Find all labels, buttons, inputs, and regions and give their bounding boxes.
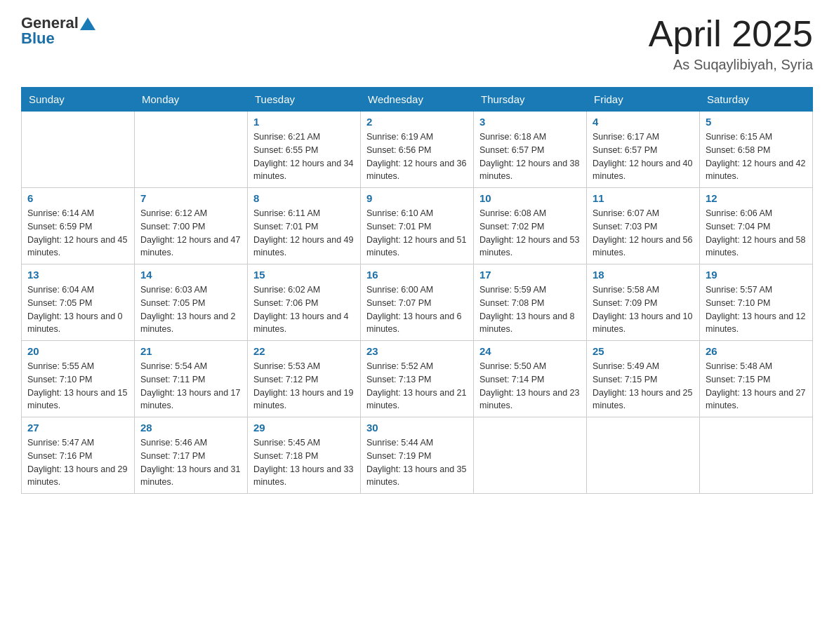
logo-text-blue: Blue (21, 29, 55, 48)
day-number: 5 (706, 116, 807, 128)
day-info: Sunrise: 6:14 AMSunset: 6:59 PMDaylight:… (27, 207, 128, 260)
calendar-cell: 25Sunrise: 5:49 AMSunset: 7:15 PMDayligh… (587, 341, 700, 417)
day-number: 29 (253, 422, 355, 434)
day-number: 26 (706, 345, 807, 357)
calendar-week-row: 1Sunrise: 6:21 AMSunset: 6:55 PMDaylight… (22, 112, 813, 188)
day-info: Sunrise: 6:15 AMSunset: 6:58 PMDaylight:… (706, 130, 807, 183)
day-number: 17 (479, 269, 581, 281)
day-number: 16 (366, 269, 468, 281)
day-info: Sunrise: 6:17 AMSunset: 6:57 PMDaylight:… (593, 130, 694, 183)
day-of-week-header: Wednesday (361, 88, 474, 112)
day-number: 2 (366, 116, 468, 128)
calendar-cell: 12Sunrise: 6:06 AMSunset: 7:04 PMDayligh… (700, 188, 813, 264)
day-info: Sunrise: 5:54 AMSunset: 7:11 PMDaylight:… (140, 360, 241, 412)
day-info: Sunrise: 6:11 AMSunset: 7:01 PMDaylight:… (253, 207, 355, 260)
day-number: 12 (706, 192, 807, 204)
calendar-cell (135, 112, 248, 188)
day-number: 13 (27, 269, 128, 281)
calendar-cell: 5Sunrise: 6:15 AMSunset: 6:58 PMDaylight… (700, 112, 813, 188)
calendar-cell: 18Sunrise: 5:58 AMSunset: 7:09 PMDayligh… (587, 264, 700, 341)
day-of-week-header: Saturday (700, 88, 813, 112)
day-number: 27 (27, 422, 128, 434)
day-number: 3 (479, 116, 581, 128)
calendar-cell: 13Sunrise: 6:04 AMSunset: 7:05 PMDayligh… (22, 264, 135, 341)
calendar-cell: 15Sunrise: 6:02 AMSunset: 7:06 PMDayligh… (248, 264, 361, 341)
day-info: Sunrise: 6:06 AMSunset: 7:04 PMDaylight:… (706, 207, 807, 260)
calendar-cell: 22Sunrise: 5:53 AMSunset: 7:12 PMDayligh… (248, 341, 361, 417)
calendar-header-row: SundayMondayTuesdayWednesdayThursdayFrid… (22, 88, 813, 112)
day-number: 19 (706, 269, 807, 281)
calendar-cell: 27Sunrise: 5:47 AMSunset: 7:16 PMDayligh… (22, 417, 135, 494)
day-number: 20 (27, 345, 128, 357)
calendar-cell: 21Sunrise: 5:54 AMSunset: 7:11 PMDayligh… (135, 341, 248, 417)
calendar-cell: 26Sunrise: 5:48 AMSunset: 7:15 PMDayligh… (700, 341, 813, 417)
day-number: 30 (366, 422, 468, 434)
calendar-cell (474, 417, 587, 494)
logo-triangle-icon (80, 16, 95, 32)
day-number: 18 (593, 269, 694, 281)
day-number: 4 (593, 116, 694, 128)
subtitle: As Suqaylibiyah, Syria (649, 57, 813, 73)
day-number: 11 (593, 192, 694, 204)
calendar-cell: 11Sunrise: 6:07 AMSunset: 7:03 PMDayligh… (587, 188, 700, 264)
calendar-week-row: 13Sunrise: 6:04 AMSunset: 7:05 PMDayligh… (22, 264, 813, 341)
day-number: 25 (593, 345, 694, 357)
day-info: Sunrise: 5:59 AMSunset: 7:08 PMDaylight:… (479, 283, 581, 336)
day-info: Sunrise: 6:08 AMSunset: 7:02 PMDaylight:… (479, 207, 581, 260)
day-number: 9 (366, 192, 468, 204)
calendar-cell: 4Sunrise: 6:17 AMSunset: 6:57 PMDaylight… (587, 112, 700, 188)
calendar-cell: 20Sunrise: 5:55 AMSunset: 7:10 PMDayligh… (22, 341, 135, 417)
day-info: Sunrise: 5:58 AMSunset: 7:09 PMDaylight:… (593, 283, 694, 336)
calendar-cell: 2Sunrise: 6:19 AMSunset: 6:56 PMDaylight… (361, 112, 474, 188)
day-info: Sunrise: 6:19 AMSunset: 6:56 PMDaylight:… (366, 130, 468, 183)
day-info: Sunrise: 5:55 AMSunset: 7:10 PMDaylight:… (27, 360, 128, 412)
day-info: Sunrise: 6:07 AMSunset: 7:03 PMDaylight:… (593, 207, 694, 260)
calendar-cell: 1Sunrise: 6:21 AMSunset: 6:55 PMDaylight… (248, 112, 361, 188)
calendar-cell: 19Sunrise: 5:57 AMSunset: 7:10 PMDayligh… (700, 264, 813, 341)
day-number: 21 (140, 345, 241, 357)
day-info: Sunrise: 6:18 AMSunset: 6:57 PMDaylight:… (479, 130, 581, 183)
day-number: 28 (140, 422, 241, 434)
calendar-week-row: 27Sunrise: 5:47 AMSunset: 7:16 PMDayligh… (22, 417, 813, 494)
calendar-cell: 23Sunrise: 5:52 AMSunset: 7:13 PMDayligh… (361, 341, 474, 417)
calendar-cell: 10Sunrise: 6:08 AMSunset: 7:02 PMDayligh… (474, 188, 587, 264)
day-info: Sunrise: 5:48 AMSunset: 7:15 PMDaylight:… (706, 360, 807, 412)
day-number: 22 (253, 345, 355, 357)
day-number: 10 (479, 192, 581, 204)
calendar-cell: 3Sunrise: 6:18 AMSunset: 6:57 PMDaylight… (474, 112, 587, 188)
calendar-cell: 17Sunrise: 5:59 AMSunset: 7:08 PMDayligh… (474, 264, 587, 341)
calendar-cell: 8Sunrise: 6:11 AMSunset: 7:01 PMDaylight… (248, 188, 361, 264)
day-number: 6 (27, 192, 128, 204)
calendar-table: SundayMondayTuesdayWednesdayThursdayFrid… (21, 87, 813, 494)
day-of-week-header: Monday (135, 88, 248, 112)
day-of-week-header: Thursday (474, 88, 587, 112)
day-info: Sunrise: 5:47 AMSunset: 7:16 PMDaylight:… (27, 436, 128, 489)
day-info: Sunrise: 6:04 AMSunset: 7:05 PMDaylight:… (27, 283, 128, 336)
day-number: 1 (253, 116, 355, 128)
day-info: Sunrise: 5:57 AMSunset: 7:10 PMDaylight:… (706, 283, 807, 336)
day-info: Sunrise: 6:12 AMSunset: 7:00 PMDaylight:… (140, 207, 241, 260)
main-title: April 2025 (649, 14, 813, 54)
day-info: Sunrise: 5:45 AMSunset: 7:18 PMDaylight:… (253, 436, 355, 489)
day-info: Sunrise: 5:50 AMSunset: 7:14 PMDaylight:… (479, 360, 581, 412)
title-block: April 2025 As Suqaylibiyah, Syria (649, 14, 813, 73)
day-of-week-header: Sunday (22, 88, 135, 112)
calendar-cell (22, 112, 135, 188)
calendar-cell: 30Sunrise: 5:44 AMSunset: 7:19 PMDayligh… (361, 417, 474, 494)
calendar-cell: 16Sunrise: 6:00 AMSunset: 7:07 PMDayligh… (361, 264, 474, 341)
calendar-cell: 6Sunrise: 6:14 AMSunset: 6:59 PMDaylight… (22, 188, 135, 264)
calendar-cell: 29Sunrise: 5:45 AMSunset: 7:18 PMDayligh… (248, 417, 361, 494)
calendar-cell: 24Sunrise: 5:50 AMSunset: 7:14 PMDayligh… (474, 341, 587, 417)
day-number: 7 (140, 192, 241, 204)
day-of-week-header: Friday (587, 88, 700, 112)
calendar-cell (587, 417, 700, 494)
calendar-cell (700, 417, 813, 494)
calendar-week-row: 20Sunrise: 5:55 AMSunset: 7:10 PMDayligh… (22, 341, 813, 417)
logo: General Blue (21, 14, 95, 48)
calendar-cell: 7Sunrise: 6:12 AMSunset: 7:00 PMDaylight… (135, 188, 248, 264)
day-info: Sunrise: 6:02 AMSunset: 7:06 PMDaylight:… (253, 283, 355, 336)
day-number: 14 (140, 269, 241, 281)
calendar-cell: 28Sunrise: 5:46 AMSunset: 7:17 PMDayligh… (135, 417, 248, 494)
calendar-cell: 14Sunrise: 6:03 AMSunset: 7:05 PMDayligh… (135, 264, 248, 341)
day-info: Sunrise: 6:00 AMSunset: 7:07 PMDaylight:… (366, 283, 468, 336)
